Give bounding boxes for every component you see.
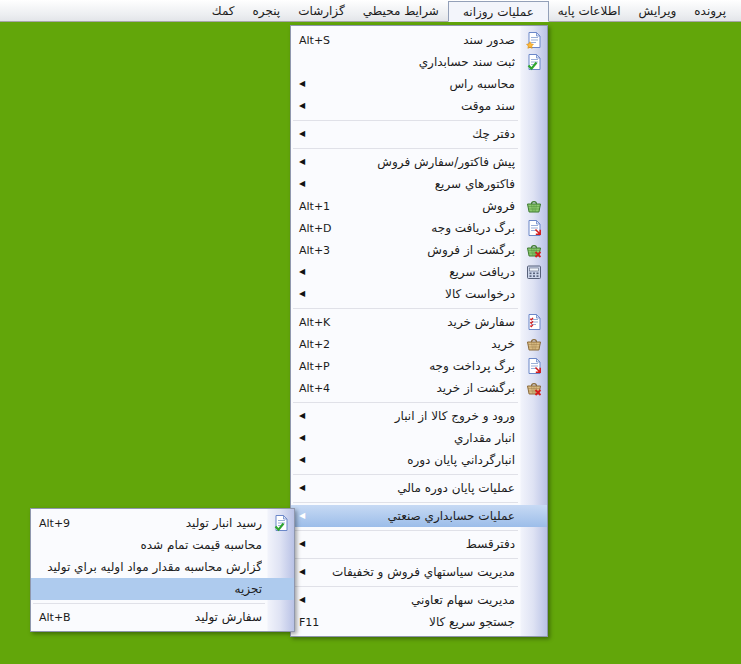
doc-arrow-icon bbox=[525, 219, 543, 237]
menu-item-label: پيش فاكتور/سفارش فروش bbox=[311, 155, 515, 169]
basket-green-x-icon bbox=[525, 241, 543, 259]
separator-line bbox=[293, 558, 518, 559]
menu-item[interactable]: سفارش خريدAlt+K bbox=[291, 311, 547, 333]
menu-item-shortcut: Alt+2 bbox=[299, 338, 334, 351]
menu-item-shortcut: Alt+9 bbox=[39, 517, 74, 530]
menu-item-shortcut: Alt+1 bbox=[299, 200, 334, 213]
submenu-arrow-icon: ◀ bbox=[299, 512, 305, 520]
menu-item[interactable]: عمليات حسابداري صنعتي◀ bbox=[291, 505, 547, 527]
submenu-arrow-icon: ◀ bbox=[299, 290, 305, 298]
daily-operations-menu: صدور سندAlt+Sثبت سند حسابداريمحاسبه راس◀… bbox=[290, 25, 548, 637]
submenu-arrow-icon: ◀ bbox=[299, 568, 305, 576]
menubar-item[interactable]: شرايط محيطي bbox=[354, 1, 448, 20]
menu-item-label: ورود و خروج كالا از انبار bbox=[311, 409, 515, 423]
basket-green-icon bbox=[525, 197, 543, 215]
menu-item-label: رسيد انبار توليد bbox=[74, 516, 262, 530]
separator-line bbox=[293, 120, 518, 121]
menu-item-label: برگشت از فروش bbox=[334, 243, 515, 257]
menu-item-label: جستجو سريع كالا bbox=[323, 615, 515, 629]
submenu-arrow-icon: ◀ bbox=[299, 80, 305, 88]
menu-item-label: انبار مقداري bbox=[311, 431, 515, 445]
menu-item[interactable]: تجزيه bbox=[31, 578, 294, 600]
menu-item[interactable]: محاسبه قيمت تمام شده bbox=[31, 534, 294, 556]
menu-item-label: سفارش خريد bbox=[334, 315, 515, 329]
menu-item[interactable]: برگشت از فروشAlt+3 bbox=[291, 239, 547, 261]
menubar-item-selected[interactable]: عمليات روزانه bbox=[448, 1, 549, 22]
calculator-icon bbox=[525, 263, 543, 281]
menu-item-label: مديريت سياستهاي فروش و تخفيفات bbox=[311, 565, 515, 579]
submenu-arrow-icon: ◀ bbox=[299, 456, 305, 464]
menu-item-shortcut: Alt+4 bbox=[299, 382, 334, 395]
menubar-item[interactable]: گزارشات bbox=[289, 1, 353, 20]
submenu-arrow-icon: ◀ bbox=[299, 412, 305, 420]
menu-item-label: ثبت سند حسابداري bbox=[299, 55, 515, 69]
menubar-item[interactable]: پنجره bbox=[244, 1, 290, 20]
menu-item-shortcut: Alt+S bbox=[299, 34, 334, 47]
checklist-icon bbox=[525, 313, 543, 331]
menu-item[interactable]: برگ پرداخت وجهAlt+P bbox=[291, 355, 547, 377]
submenu-arrow-icon: ◀ bbox=[299, 180, 305, 188]
menu-item-label: سند موقت bbox=[311, 99, 515, 113]
menu-item[interactable]: دفترقسط◀ bbox=[291, 533, 547, 555]
separator-line bbox=[293, 586, 518, 587]
submenu-arrow-icon: ◀ bbox=[299, 102, 305, 110]
doc-arrow-icon bbox=[525, 357, 543, 375]
submenu-arrow-icon: ◀ bbox=[299, 268, 305, 276]
separator-line bbox=[293, 502, 518, 503]
menu-item[interactable]: صدور سندAlt+S bbox=[291, 29, 547, 51]
menu-item-label: عمليات حسابداري صنعتي bbox=[311, 509, 515, 523]
separator-line bbox=[293, 474, 518, 475]
menubar-item[interactable]: كمك bbox=[203, 1, 244, 20]
menu-item[interactable]: درخواست كالا◀ bbox=[291, 283, 547, 305]
submenu-arrow-icon: ◀ bbox=[299, 540, 305, 548]
menu-item[interactable]: جستجو سريع كالاF11 bbox=[291, 611, 547, 633]
menu-item[interactable]: دفتر چك◀ bbox=[291, 123, 547, 145]
menu-item-label: فاكتورهاي سريع bbox=[311, 177, 515, 191]
menu-item-label: خريد bbox=[334, 337, 515, 351]
menu-item-label: محاسبه راس bbox=[311, 77, 515, 91]
menu-item-label: سفارش توليد bbox=[75, 610, 262, 624]
menu-item-label: دريافت سريع bbox=[311, 265, 515, 279]
menu-item[interactable]: فاكتورهاي سريع◀ bbox=[291, 173, 547, 195]
menu-item-label: برگ دريافت وجه bbox=[336, 221, 515, 235]
menu-item-label: صدور سند bbox=[334, 33, 515, 47]
doc-star-icon bbox=[525, 31, 543, 49]
menu-item[interactable]: گزارش محاسبه مقدار مواد اوليه براي توليد bbox=[31, 556, 294, 578]
separator-line bbox=[293, 402, 518, 403]
menu-item-label: برگشت از خريد bbox=[334, 381, 515, 395]
menubar-item[interactable]: پرونده bbox=[685, 1, 735, 20]
menu-item[interactable]: برگ دريافت وجهAlt+D bbox=[291, 217, 547, 239]
menu-item-shortcut: Alt+B bbox=[39, 611, 75, 624]
separator-line bbox=[33, 603, 265, 604]
menu-item[interactable]: ثبت سند حسابداري bbox=[291, 51, 547, 73]
menubar-item[interactable]: ويرايش bbox=[630, 1, 686, 20]
menu-item-shortcut: Alt+3 bbox=[299, 244, 334, 257]
menu-item[interactable]: محاسبه راس◀ bbox=[291, 73, 547, 95]
menu-item-shortcut: Alt+K bbox=[299, 316, 334, 329]
separator-line bbox=[293, 530, 518, 531]
menu-item[interactable]: دريافت سريع◀ bbox=[291, 261, 547, 283]
menu-item[interactable]: مديريت سهام تعاوني◀ bbox=[291, 589, 547, 611]
menu-item-shortcut: Alt+D bbox=[299, 222, 336, 235]
menu-item-label: گزارش محاسبه مقدار مواد اوليه براي توليد bbox=[39, 560, 262, 574]
menu-item-label: دفتر چك bbox=[311, 127, 515, 141]
menu-item[interactable]: سفارش توليدAlt+B bbox=[31, 606, 294, 628]
submenu-arrow-icon: ◀ bbox=[299, 158, 305, 166]
menu-item-label: برگ پرداخت وجه bbox=[334, 359, 515, 373]
menu-item[interactable]: رسيد انبار توليدAlt+9 bbox=[31, 512, 294, 534]
menu-item[interactable]: برگشت از خريدAlt+4 bbox=[291, 377, 547, 399]
menu-item[interactable]: سند موقت◀ bbox=[291, 95, 547, 117]
menu-item[interactable]: انبارگرداني پايان دوره◀ bbox=[291, 449, 547, 471]
menu-item[interactable]: مديريت سياستهاي فروش و تخفيفات◀ bbox=[291, 561, 547, 583]
menubar-item[interactable]: اطلاعات پايه bbox=[549, 1, 630, 20]
menu-item-label: عمليات پايان دوره مالي bbox=[311, 481, 515, 495]
submenu-arrow-icon: ◀ bbox=[299, 130, 305, 138]
menu-item[interactable]: ورود و خروج كالا از انبار◀ bbox=[291, 405, 547, 427]
menu-item-label: درخواست كالا bbox=[311, 287, 515, 301]
menu-item[interactable]: پيش فاكتور/سفارش فروش◀ bbox=[291, 151, 547, 173]
menu-item[interactable]: انبار مقداري◀ bbox=[291, 427, 547, 449]
menu-item-label: فروش bbox=[334, 199, 515, 213]
menu-item[interactable]: عمليات پايان دوره مالي◀ bbox=[291, 477, 547, 499]
menu-item[interactable]: فروشAlt+1 bbox=[291, 195, 547, 217]
menu-item[interactable]: خريدAlt+2 bbox=[291, 333, 547, 355]
